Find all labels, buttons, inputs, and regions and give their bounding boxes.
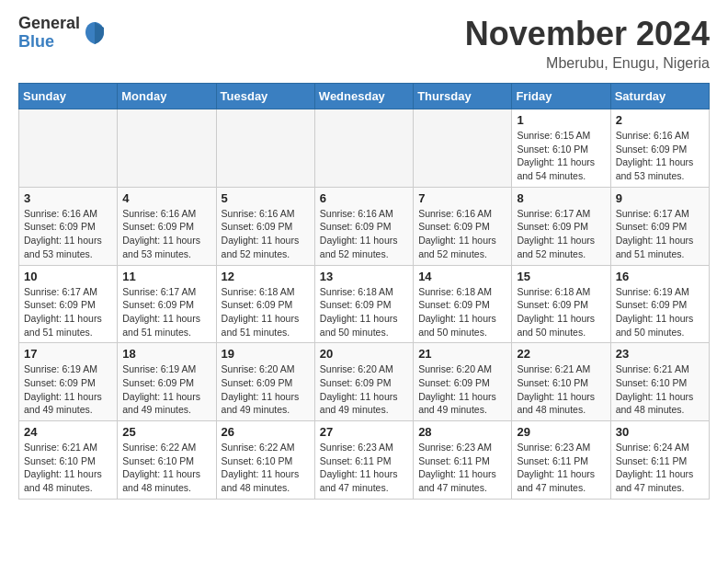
day-info: Sunrise: 6:16 AM Sunset: 6:09 PM Dayligh… (418, 207, 506, 261)
calendar-day-cell: 7Sunrise: 6:16 AM Sunset: 6:09 PM Daylig… (414, 187, 512, 265)
day-info: Sunrise: 6:17 AM Sunset: 6:09 PM Dayligh… (24, 285, 112, 339)
day-info: Sunrise: 6:19 AM Sunset: 6:09 PM Dayligh… (24, 362, 112, 417)
calendar-day-cell (19, 109, 118, 188)
logo-general-text: General (18, 15, 80, 33)
calendar-day-cell: 9Sunrise: 6:17 AM Sunset: 6:09 PM Daylig… (610, 187, 709, 265)
day-info: Sunrise: 6:16 AM Sunset: 6:09 PM Dayligh… (320, 207, 408, 261)
day-number: 1 (517, 113, 605, 127)
day-number: 7 (418, 191, 506, 205)
day-info: Sunrise: 6:19 AM Sunset: 6:09 PM Dayligh… (122, 362, 210, 417)
day-info: Sunrise: 6:18 AM Sunset: 6:09 PM Dayligh… (222, 285, 310, 339)
calendar-day-cell (118, 109, 216, 188)
calendar-week-row: 24Sunrise: 6:21 AM Sunset: 6:10 PM Dayli… (19, 421, 710, 500)
day-info: Sunrise: 6:22 AM Sunset: 6:10 PM Dayligh… (122, 441, 210, 495)
day-info: Sunrise: 6:20 AM Sunset: 6:09 PM Dayligh… (320, 362, 408, 417)
calendar-day-cell: 27Sunrise: 6:23 AM Sunset: 6:11 PM Dayli… (314, 421, 413, 500)
weekday-header: Tuesday (216, 84, 314, 109)
calendar-day-cell: 26Sunrise: 6:22 AM Sunset: 6:10 PM Dayli… (216, 421, 314, 500)
calendar-day-cell: 3Sunrise: 6:16 AM Sunset: 6:09 PM Daylig… (19, 187, 118, 265)
calendar-day-cell: 15Sunrise: 6:18 AM Sunset: 6:09 PM Dayli… (512, 265, 610, 343)
calendar-day-cell: 18Sunrise: 6:19 AM Sunset: 6:09 PM Dayli… (118, 343, 216, 421)
calendar-day-cell: 5Sunrise: 6:16 AM Sunset: 6:09 PM Daylig… (216, 187, 314, 265)
location: Mberubu, Enugu, Nigeria (465, 55, 710, 72)
weekday-header: Monday (118, 84, 216, 109)
day-info: Sunrise: 6:23 AM Sunset: 6:11 PM Dayligh… (418, 441, 506, 495)
calendar-day-cell (414, 109, 512, 188)
day-number: 19 (222, 347, 310, 361)
calendar-week-row: 1Sunrise: 6:15 AM Sunset: 6:10 PM Daylig… (19, 109, 710, 188)
calendar-day-cell: 21Sunrise: 6:20 AM Sunset: 6:09 PM Dayli… (414, 343, 512, 421)
calendar-day-cell: 17Sunrise: 6:19 AM Sunset: 6:09 PM Dayli… (19, 343, 118, 421)
day-number: 26 (222, 425, 310, 439)
month-title: November 2024 (465, 15, 710, 53)
calendar-day-cell: 20Sunrise: 6:20 AM Sunset: 6:09 PM Dayli… (314, 343, 413, 421)
day-info: Sunrise: 6:17 AM Sunset: 6:09 PM Dayligh… (517, 207, 605, 261)
day-number: 9 (616, 191, 704, 205)
day-number: 15 (517, 270, 605, 283)
logo-icon (84, 20, 106, 46)
day-number: 2 (616, 113, 704, 127)
weekday-header: Friday (512, 84, 610, 109)
calendar-day-cell: 11Sunrise: 6:17 AM Sunset: 6:09 PM Dayli… (118, 265, 216, 343)
day-info: Sunrise: 6:21 AM Sunset: 6:10 PM Dayligh… (24, 441, 112, 495)
calendar-day-cell: 1Sunrise: 6:15 AM Sunset: 6:10 PM Daylig… (512, 109, 610, 188)
day-info: Sunrise: 6:18 AM Sunset: 6:09 PM Dayligh… (320, 285, 408, 339)
calendar-day-cell: 25Sunrise: 6:22 AM Sunset: 6:10 PM Dayli… (118, 421, 216, 500)
day-number: 25 (122, 425, 210, 439)
day-info: Sunrise: 6:20 AM Sunset: 6:09 PM Dayligh… (418, 362, 506, 417)
weekday-header: Saturday (610, 84, 709, 109)
day-info: Sunrise: 6:23 AM Sunset: 6:11 PM Dayligh… (320, 441, 408, 495)
day-number: 4 (122, 191, 210, 205)
day-number: 23 (616, 347, 704, 361)
day-number: 3 (24, 191, 112, 205)
day-number: 13 (320, 270, 408, 283)
calendar-header-row: SundayMondayTuesdayWednesdayThursdayFrid… (19, 84, 710, 109)
day-number: 24 (24, 425, 112, 439)
day-info: Sunrise: 6:22 AM Sunset: 6:10 PM Dayligh… (222, 441, 310, 495)
weekday-header: Wednesday (314, 84, 413, 109)
day-info: Sunrise: 6:15 AM Sunset: 6:10 PM Dayligh… (517, 129, 605, 183)
day-number: 29 (517, 425, 605, 439)
calendar-day-cell: 22Sunrise: 6:21 AM Sunset: 6:10 PM Dayli… (512, 343, 610, 421)
calendar-day-cell: 2Sunrise: 6:16 AM Sunset: 6:09 PM Daylig… (610, 109, 709, 188)
day-number: 12 (222, 270, 310, 283)
day-info: Sunrise: 6:18 AM Sunset: 6:09 PM Dayligh… (517, 285, 605, 339)
calendar-day-cell: 28Sunrise: 6:23 AM Sunset: 6:11 PM Dayli… (414, 421, 512, 500)
day-info: Sunrise: 6:16 AM Sunset: 6:09 PM Dayligh… (24, 207, 112, 261)
calendar-day-cell: 19Sunrise: 6:20 AM Sunset: 6:09 PM Dayli… (216, 343, 314, 421)
day-info: Sunrise: 6:16 AM Sunset: 6:09 PM Dayligh… (222, 207, 310, 261)
calendar-day-cell: 23Sunrise: 6:21 AM Sunset: 6:10 PM Dayli… (610, 343, 709, 421)
calendar-week-row: 17Sunrise: 6:19 AM Sunset: 6:09 PM Dayli… (19, 343, 710, 421)
day-info: Sunrise: 6:19 AM Sunset: 6:09 PM Dayligh… (616, 285, 704, 339)
day-info: Sunrise: 6:17 AM Sunset: 6:09 PM Dayligh… (122, 285, 210, 339)
calendar-day-cell: 30Sunrise: 6:24 AM Sunset: 6:11 PM Dayli… (610, 421, 709, 500)
day-number: 11 (122, 270, 210, 283)
day-number: 30 (616, 425, 704, 439)
calendar-day-cell: 13Sunrise: 6:18 AM Sunset: 6:09 PM Dayli… (314, 265, 413, 343)
day-number: 18 (122, 347, 210, 361)
day-number: 17 (24, 347, 112, 361)
day-number: 14 (418, 270, 506, 283)
day-number: 8 (517, 191, 605, 205)
calendar-day-cell: 16Sunrise: 6:19 AM Sunset: 6:09 PM Dayli… (610, 265, 709, 343)
day-number: 21 (418, 347, 506, 361)
day-info: Sunrise: 6:17 AM Sunset: 6:09 PM Dayligh… (616, 207, 704, 261)
day-number: 27 (320, 425, 408, 439)
day-number: 20 (320, 347, 408, 361)
calendar-day-cell (216, 109, 314, 188)
calendar: SundayMondayTuesdayWednesdayThursdayFrid… (18, 83, 710, 500)
day-number: 28 (418, 425, 506, 439)
day-info: Sunrise: 6:21 AM Sunset: 6:10 PM Dayligh… (517, 362, 605, 417)
day-info: Sunrise: 6:24 AM Sunset: 6:11 PM Dayligh… (616, 441, 704, 495)
day-number: 10 (24, 270, 112, 283)
day-info: Sunrise: 6:23 AM Sunset: 6:11 PM Dayligh… (517, 441, 605, 495)
calendar-day-cell: 14Sunrise: 6:18 AM Sunset: 6:09 PM Dayli… (414, 265, 512, 343)
weekday-header: Thursday (414, 84, 512, 109)
calendar-day-cell: 29Sunrise: 6:23 AM Sunset: 6:11 PM Dayli… (512, 421, 610, 500)
logo: General Blue (18, 15, 106, 52)
day-number: 5 (222, 191, 310, 205)
day-number: 16 (616, 270, 704, 283)
calendar-day-cell: 12Sunrise: 6:18 AM Sunset: 6:09 PM Dayli… (216, 265, 314, 343)
day-info: Sunrise: 6:18 AM Sunset: 6:09 PM Dayligh… (418, 285, 506, 339)
calendar-day-cell: 4Sunrise: 6:16 AM Sunset: 6:09 PM Daylig… (118, 187, 216, 265)
